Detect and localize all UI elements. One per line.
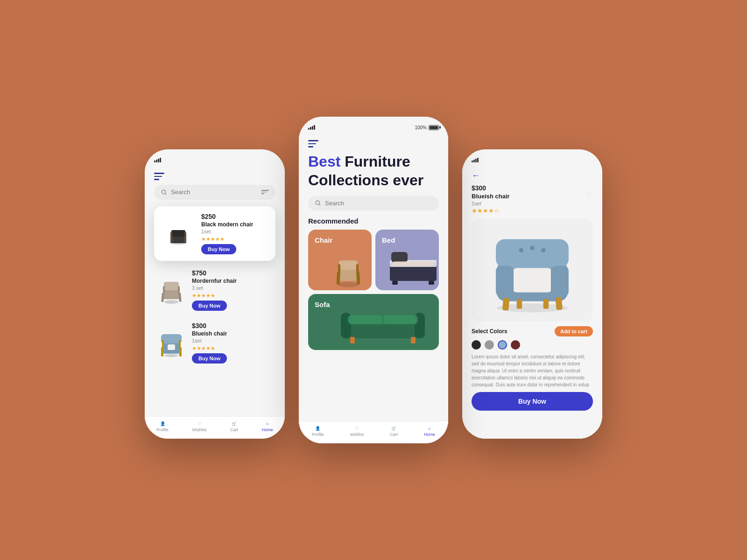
hamburger-menu-center[interactable] (308, 140, 318, 147)
hamburger-menu-left[interactable] (154, 173, 164, 180)
nav-profile-center[interactable]: 👤 Profile (312, 426, 324, 437)
wishlist-heart-button[interactable]: ♡ (585, 190, 593, 201)
phones-container: $250 Black modern chair 1set ★★★★★ Buy N… (145, 117, 602, 443)
product-price-1: $250 (201, 213, 269, 220)
svg-point-60 (541, 248, 546, 253)
stars-1: ★★★★★ (201, 236, 269, 242)
battery-icon-center (429, 125, 439, 130)
buy-now-button-detail[interactable]: Buy Now (472, 392, 593, 411)
svg-point-59 (530, 246, 535, 251)
buy-now-button-2[interactable]: Buy Now (192, 301, 227, 311)
svg-point-26 (338, 282, 359, 287)
svg-line-1 (165, 193, 167, 195)
svg-rect-38 (393, 261, 433, 266)
svg-rect-4 (171, 230, 185, 237)
product-detail-image (472, 219, 593, 322)
svg-rect-29 (337, 272, 340, 285)
search-bar-left[interactable] (154, 185, 275, 200)
color-dot-black[interactable] (472, 340, 481, 350)
filter-icon-left[interactable] (261, 189, 269, 196)
search-bar-center[interactable] (308, 196, 439, 210)
detail-stars: ★★★★☆ (472, 207, 500, 214)
svg-rect-13 (178, 292, 182, 301)
product-info-blue-chair: $300 Blueish chair 1set ★★★★★ Buy Now (192, 322, 274, 364)
svg-line-25 (319, 204, 321, 206)
svg-rect-15 (178, 286, 180, 293)
category-chair[interactable]: Chair (308, 230, 372, 290)
product-image-gray-chair (156, 275, 186, 305)
stars-2: ★★★★★ (192, 293, 274, 299)
nav-home-center[interactable]: ⌂ Home (424, 426, 435, 437)
svg-rect-43 (349, 315, 382, 324)
color-dot-gray[interactable] (485, 340, 494, 350)
svg-rect-27 (338, 268, 359, 281)
color-dot-dark-red[interactable] (511, 340, 520, 350)
svg-rect-46 (411, 337, 416, 343)
product-image-blue-chair (156, 328, 186, 358)
svg-rect-57 (543, 299, 549, 309)
category-bed[interactable]: Bed (375, 230, 439, 290)
svg-rect-11 (164, 282, 179, 290)
product-name-1: Black modern chair (201, 221, 269, 228)
search-icon-left (161, 189, 167, 196)
nav-profile-left[interactable]: 👤 Profile (156, 421, 169, 432)
nav-wishlist-left[interactable]: ♡ Wishlist (192, 421, 206, 432)
svg-point-16 (164, 354, 178, 357)
select-colors-label: Select Colors (472, 328, 507, 335)
phone-center-content: Best Furniture Collections ever Recommen… (299, 133, 448, 443)
color-section-header: Select Colors Add to cart (472, 326, 593, 336)
svg-rect-51 (512, 268, 552, 292)
sofa-category-image (336, 303, 430, 345)
product-name-2: Mordernfur chair (192, 278, 274, 284)
stars-3: ★★★★★ (192, 345, 274, 351)
svg-point-58 (519, 248, 524, 253)
svg-rect-22 (162, 340, 164, 347)
svg-rect-7 (170, 232, 172, 238)
color-section: Select Colors Add to cart (472, 326, 593, 350)
svg-rect-19 (168, 344, 175, 350)
svg-rect-35 (391, 252, 408, 262)
product-description: Lorem ipsum dolor sit amet, consectetur … (472, 353, 593, 388)
nav-home-left[interactable]: ⌂ Home (262, 421, 273, 432)
recommended-label: Recommended (308, 217, 439, 225)
add-to-cart-button[interactable]: Add to cart (555, 326, 593, 336)
svg-rect-18 (161, 334, 182, 343)
svg-rect-5 (170, 237, 173, 243)
battery-percent: 100% (415, 125, 427, 130)
svg-point-9 (164, 300, 178, 304)
color-dot-blue[interactable] (498, 340, 507, 350)
category-label-bed: Bed (382, 236, 395, 244)
list-item-2: $750 Mordernfur chair 3 set ★★★★★ Buy No… (154, 266, 275, 315)
category-sofa[interactable]: Sofa (308, 294, 439, 350)
svg-rect-32 (356, 264, 359, 273)
signal-icon-right (472, 158, 479, 162)
search-icon-center (315, 200, 321, 206)
phone-left: $250 Black modern chair 1set ★★★★★ Buy N… (145, 149, 285, 439)
svg-rect-28 (339, 260, 358, 270)
detail-price: $300 (472, 184, 593, 192)
svg-rect-44 (384, 315, 416, 324)
svg-rect-37 (429, 281, 434, 285)
nav-wishlist-center[interactable]: ♡ wishlist (350, 426, 364, 437)
search-input-left[interactable] (171, 189, 258, 196)
phone-left-content: $250 Black modern chair 1set ★★★★★ Buy N… (145, 166, 285, 439)
svg-rect-49 (496, 239, 569, 268)
svg-rect-6 (184, 237, 186, 243)
svg-rect-54 (502, 298, 510, 311)
svg-point-0 (162, 190, 165, 194)
svg-rect-10 (163, 289, 180, 299)
search-input-center[interactable] (325, 200, 432, 207)
svg-rect-23 (179, 340, 181, 347)
nav-cart-left[interactable]: 🛒 Cart (230, 421, 238, 432)
product-popup: $250 Black modern chair 1set ★★★★★ Buy N… (154, 206, 275, 261)
nav-cart-center[interactable]: 🛒 Cart (390, 426, 398, 437)
buy-now-button-1[interactable]: Buy Now (201, 244, 236, 254)
buy-now-button-3[interactable]: Buy Now (192, 353, 227, 364)
notch-left (196, 149, 233, 160)
back-button[interactable]: ← (472, 171, 593, 181)
product-price-3: $300 (192, 322, 274, 329)
list-item-3: $300 Blueish chair 1set ★★★★★ Buy Now (154, 318, 275, 367)
phone-right-content: ← $300 Blueish chair 1set ★★★★☆ ♡ (462, 166, 602, 439)
product-qty-1: 1set (201, 229, 269, 234)
svg-rect-55 (555, 297, 563, 310)
